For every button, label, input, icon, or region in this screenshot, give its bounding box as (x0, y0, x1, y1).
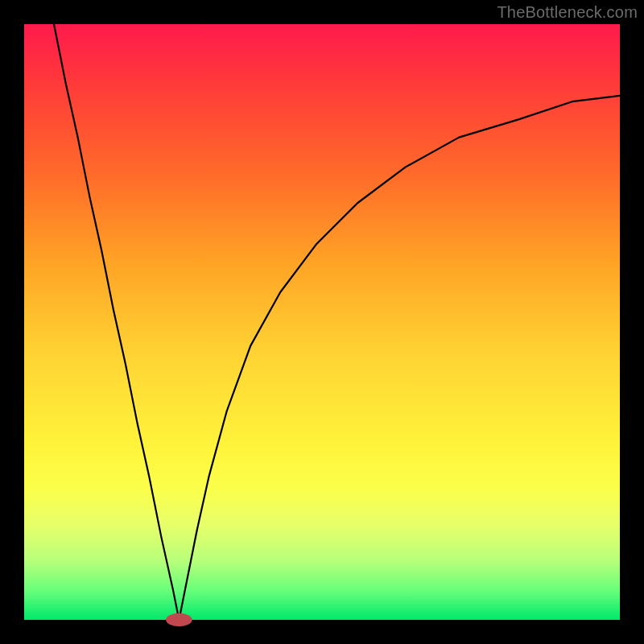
curve-right-branch (179, 96, 620, 620)
minimum-marker (166, 613, 192, 626)
curve-layer (24, 24, 620, 620)
chart-frame: TheBottleneck.com (0, 0, 644, 644)
curve-left-branch (54, 24, 179, 620)
plot-area (24, 24, 620, 620)
watermark-text: TheBottleneck.com (497, 3, 638, 22)
